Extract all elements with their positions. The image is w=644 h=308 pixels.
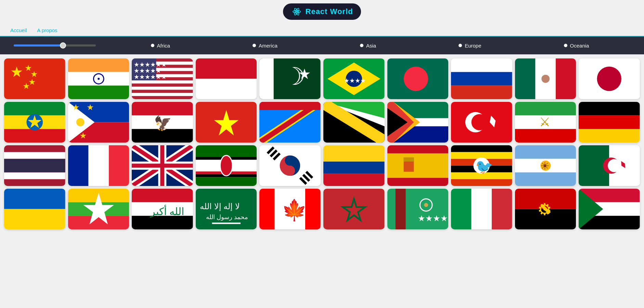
flag-russia[interactable] — [451, 58, 512, 99]
filter-europe[interactable]: Europe — [459, 43, 481, 49]
svg-rect-141 — [515, 172, 576, 186]
svg-rect-43 — [515, 58, 536, 99]
flag-saudi[interactable]: لا إله إلا الله محمد رسول الله — [196, 189, 257, 229]
slider-thumb[interactable] — [60, 42, 66, 49]
flag-argentina[interactable]: ☀ — [515, 145, 576, 186]
flag-myanmar[interactable] — [68, 189, 129, 229]
svg-rect-61 — [132, 102, 193, 116]
filter-dot-asia — [360, 44, 363, 47]
filter-label-africa: Africa — [157, 43, 170, 49]
flag-japan[interactable] — [579, 58, 640, 99]
filter-asia[interactable]: Asia — [360, 43, 376, 49]
slider-container — [14, 44, 110, 46]
flag-france[interactable] — [68, 145, 129, 186]
flag-turkmenistan[interactable]: ★★★★★ — [387, 189, 449, 229]
flag-iran[interactable]: ⚔ — [515, 102, 576, 143]
react-logo-icon — [291, 6, 302, 17]
svg-rect-41 — [451, 72, 512, 86]
flag-indonesia[interactable] — [196, 58, 257, 99]
flag-philippines[interactable]: ★ ★ ★ — [68, 102, 129, 143]
filter-dot-africa — [151, 44, 154, 47]
svg-rect-95 — [4, 173, 65, 179]
svg-rect-91 — [579, 129, 640, 143]
svg-rect-51 — [4, 129, 65, 143]
svg-rect-150 — [4, 209, 65, 230]
svg-text:🦅: 🦅 — [154, 115, 172, 132]
svg-text:★: ★ — [23, 81, 30, 91]
svg-rect-11 — [68, 58, 129, 72]
flag-usa[interactable]: ★★★★★★ ★★★★★ ★★★★★★ — [132, 58, 193, 99]
flag-india[interactable] — [68, 58, 129, 99]
svg-point-172 — [424, 203, 428, 207]
svg-rect-165 — [305, 189, 321, 229]
flag-bangladesh[interactable] — [387, 58, 449, 99]
svg-rect-49 — [4, 102, 65, 116]
logo-pill: React World — [283, 3, 361, 20]
flag-angola[interactable]: ⚙ — [515, 189, 576, 229]
svg-rect-87 — [515, 129, 576, 143]
flag-uk[interactable] — [132, 145, 193, 186]
svg-text:🐦: 🐦 — [476, 159, 493, 176]
flag-sudan[interactable] — [579, 189, 640, 229]
svg-rect-89 — [579, 102, 640, 116]
flag-algeria[interactable] — [579, 145, 640, 186]
flag-italy[interactable] — [451, 189, 512, 229]
flag-south-korea[interactable] — [259, 145, 321, 186]
svg-rect-153 — [68, 216, 129, 229]
flag-spain[interactable] — [387, 145, 449, 186]
filter-oceania[interactable]: Oceania — [564, 43, 589, 49]
svg-point-39 — [403, 67, 428, 91]
flag-canada[interactable]: 🍁 — [259, 189, 321, 229]
svg-text:⚔: ⚔ — [539, 116, 550, 129]
svg-text:★: ★ — [72, 103, 80, 112]
svg-text:★: ★ — [298, 66, 311, 82]
svg-rect-13 — [68, 85, 129, 99]
filter-africa[interactable]: Africa — [151, 43, 170, 49]
filter-label-europe: Europe — [465, 43, 481, 49]
svg-rect-31 — [259, 58, 274, 99]
svg-rect-124 — [323, 162, 385, 174]
flag-vietnam[interactable] — [196, 102, 257, 143]
logo-text: React World — [306, 7, 353, 16]
svg-rect-28 — [196, 58, 257, 79]
filter-label-america: America — [259, 43, 278, 49]
flag-colombia[interactable] — [323, 145, 385, 186]
flag-morocco[interactable] — [323, 189, 385, 229]
flag-south-africa[interactable] — [387, 102, 449, 143]
svg-rect-126 — [387, 145, 449, 153]
flag-brazil[interactable]: ★★★★ — [323, 58, 385, 99]
filter-america[interactable]: America — [253, 43, 278, 49]
slider-fill — [14, 44, 63, 46]
flag-drc[interactable] — [259, 102, 321, 143]
flag-pakistan[interactable]: ☽ ★ — [259, 58, 321, 99]
flag-turkey[interactable] — [451, 102, 512, 143]
svg-text:لا إله إلا الله: لا إله إلا الله — [200, 202, 240, 211]
svg-rect-131 — [451, 145, 512, 152]
flag-thailand[interactable] — [4, 145, 65, 186]
flag-egypt[interactable]: 🦅 — [132, 102, 193, 143]
flag-ethiopia[interactable] — [4, 102, 65, 143]
svg-rect-23 — [132, 96, 193, 99]
svg-rect-107 — [160, 145, 165, 186]
nav-accueil[interactable]: Accueil — [10, 27, 27, 37]
slider-track[interactable] — [14, 44, 96, 46]
svg-rect-42 — [451, 85, 512, 99]
flag-iraq[interactable]: الله أكبر — [132, 189, 193, 229]
flag-ukraine[interactable] — [4, 189, 65, 229]
svg-rect-125 — [323, 174, 385, 186]
flag-tanzania[interactable] — [323, 102, 385, 143]
flag-mexico[interactable] — [515, 58, 576, 99]
flag-kenya[interactable] — [196, 145, 257, 186]
svg-rect-139 — [515, 145, 576, 159]
svg-text:★★★★★: ★★★★★ — [418, 214, 448, 223]
svg-point-114 — [220, 156, 232, 176]
svg-rect-157 — [132, 216, 193, 229]
svg-rect-167 — [323, 189, 385, 229]
flag-china[interactable]: ★ ★ ★ ★ ★ — [4, 58, 65, 99]
flag-uganda[interactable]: 🐦 — [451, 145, 512, 186]
svg-rect-97 — [88, 145, 109, 186]
svg-rect-176 — [492, 189, 512, 229]
flag-germany[interactable] — [579, 102, 640, 143]
svg-rect-127 — [387, 153, 449, 178]
nav-apropos[interactable]: A propos — [37, 27, 57, 36]
